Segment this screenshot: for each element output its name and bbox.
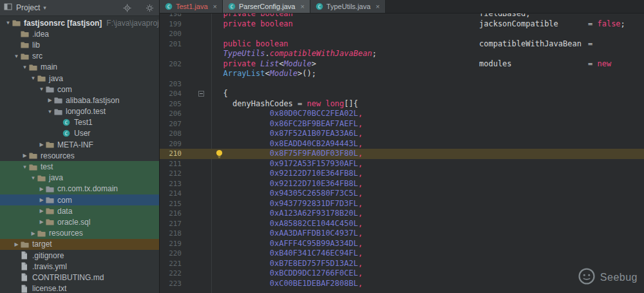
line-number[interactable]: 204: [160, 89, 182, 99]
tree-item-com[interactable]: ▶com: [0, 194, 159, 205]
tree-item-java[interactable]: ▼java: [0, 173, 159, 184]
line-number[interactable]: 219: [160, 239, 182, 249]
code-line-211[interactable]: 211 0x9172A53F157930AFL,: [160, 159, 644, 169]
code-text[interactable]: public booleancompatibleWithJavaBean=: [214, 39, 644, 50]
tree-item-contributing-md[interactable]: CONTRIBUTING.md: [0, 272, 159, 283]
code-text[interactable]: 0xA85882CE1044C450L,: [214, 219, 644, 229]
tree-right-arrow-icon[interactable]: ▶: [37, 197, 46, 203]
code-line-212[interactable]: 212 0x92122D710E364FB8L,: [160, 169, 644, 179]
code-text[interactable]: [214, 79, 644, 90]
tree-item-meta-inf[interactable]: ▶META-INF: [0, 139, 159, 150]
code-line-221[interactable]: 221 0xB7E8ED757F5D13A2L,: [160, 259, 644, 269]
code-line-198[interactable]: 198 private booleanfieldBased;: [160, 14, 644, 19]
line-number[interactable]: 203: [160, 79, 182, 90]
line-number[interactable]: 207: [160, 119, 182, 129]
tab-typeutils-java[interactable]: CTypeUtils.java×: [310, 0, 386, 13]
line-number[interactable]: 222: [160, 269, 182, 279]
tab-parserconfig-java[interactable]: CParserConfig.java×: [223, 0, 310, 13]
fold-marker-icon[interactable]: [198, 91, 204, 97]
code-text[interactable]: {: [214, 89, 644, 99]
line-number[interactable]: 220: [160, 249, 182, 259]
code-text[interactable]: 0x87F52A1B07EA33A6L,: [214, 129, 644, 139]
line-number[interactable]: 209: [160, 139, 182, 149]
code-text[interactable]: 0x80D0C70BCC2FEA02L,: [214, 109, 644, 119]
tree-item-resources[interactable]: ▶resources: [0, 228, 159, 239]
code-line-202[interactable]: 202 private List<Module>modules= new: [160, 59, 644, 70]
code-line-217[interactable]: 217 0xA85882CE1044C450L,: [160, 219, 644, 229]
tree-right-arrow-icon[interactable]: ▶: [12, 241, 21, 247]
code-line-214[interactable]: 214 0x94305C26580F73C5L,: [160, 189, 644, 199]
code-text[interactable]: private booleanjacksonCompatible= false;: [214, 19, 644, 30]
code-line-wrap[interactable]: ArrayList<Module>();: [160, 69, 644, 79]
close-icon[interactable]: ×: [375, 3, 379, 10]
tree-item-longofo-test[interactable]: ▼longofo.test: [0, 106, 159, 117]
tree-item-java[interactable]: ▼java: [0, 73, 159, 84]
tree-right-arrow-icon[interactable]: ▶: [46, 97, 54, 103]
code-line-208[interactable]: 208 0x87F52A1B07EA33A6L,: [160, 129, 644, 139]
line-number[interactable]: 212: [160, 169, 182, 179]
chevron-down-icon[interactable]: ▾: [43, 5, 46, 11]
tree-down-arrow-icon[interactable]: ▼: [29, 175, 37, 181]
tree-right-arrow-icon[interactable]: ▶: [37, 208, 46, 214]
code-line-220[interactable]: 220 0xB40F341C746EC94FL,: [160, 249, 644, 259]
tree-down-arrow-icon[interactable]: ▼: [37, 86, 46, 92]
intention-bulb-icon[interactable]: [215, 149, 223, 158]
line-number[interactable]: 198: [160, 14, 182, 19]
tab-test1-java[interactable]: CTest1.java×: [160, 0, 223, 13]
code-area[interactable]: 198 private booleanfieldBased;199 privat…: [160, 14, 644, 293]
tree-item-test[interactable]: ▼test: [0, 161, 159, 172]
line-number[interactable]: 223: [160, 279, 182, 289]
code-line-205[interactable]: 205 denyHashCodes = new long[]{: [160, 99, 644, 109]
line-number[interactable]: 215: [160, 199, 182, 209]
code-line-204[interactable]: 204 {: [160, 89, 644, 99]
code-line-219[interactable]: 219 0xAFFF4C95B99A334DL,: [160, 239, 644, 249]
code-text[interactable]: 0xAA3DAFFDB10C4937L,: [214, 229, 644, 239]
tree-item-gitignore[interactable]: .gitignore: [0, 250, 159, 261]
tree-down-arrow-icon[interactable]: ▼: [29, 75, 37, 81]
line-number[interactable]: 218: [160, 229, 182, 239]
code-text[interactable]: TypeUtils.compatibleWithJavaBean;: [214, 49, 644, 59]
code-text[interactable]: 0x8F75F9FA0DF03F80L,: [214, 149, 644, 159]
locate-icon[interactable]: [123, 4, 131, 12]
code-line-203[interactable]: 203: [160, 79, 644, 90]
tree-right-arrow-icon[interactable]: ▶: [21, 153, 29, 158]
tree-item-idea[interactable]: .idea: [0, 28, 159, 39]
code-line-wrap[interactable]: TypeUtils.compatibleWithJavaBean;: [160, 49, 644, 59]
line-number[interactable]: 202: [160, 59, 182, 70]
code-text[interactable]: private List<Module>modules= new: [214, 59, 644, 70]
tree-right-arrow-icon[interactable]: ▶: [37, 186, 46, 192]
code-text[interactable]: 0x86FC2BF9BEAF7AEFL,: [214, 119, 644, 129]
gear-icon[interactable]: [146, 4, 154, 12]
code-line-207[interactable]: 207 0x86FC2BF9BEAF7AEFL,: [160, 119, 644, 129]
code-line-201[interactable]: 201 public booleancompatibleWithJavaBean…: [160, 39, 644, 50]
line-number[interactable]: [160, 69, 182, 79]
project-tool-window-icon[interactable]: [4, 3, 12, 13]
line-number[interactable]: 199: [160, 19, 182, 30]
tree-item-user[interactable]: CUser: [0, 128, 159, 139]
code-line-213[interactable]: 213 0x92122D710E364FB8L,: [160, 179, 644, 189]
tree-item-com[interactable]: ▼com: [0, 84, 159, 95]
code-line-200[interactable]: 200: [160, 29, 644, 39]
code-line-222[interactable]: 222 0xBCDD9DC12766F0CEL,: [160, 269, 644, 279]
tree-item-lib[interactable]: lib: [0, 39, 159, 50]
line-number[interactable]: 214: [160, 189, 182, 199]
tree-item-cn-com-tx-domain[interactable]: ▶cn.com.tx.domain: [0, 184, 159, 194]
tree-item-resources[interactable]: ▶resources: [0, 150, 159, 161]
code-text[interactable]: 0xAFFF4C95B99A334DL,: [214, 239, 644, 249]
close-icon[interactable]: ×: [213, 3, 217, 10]
line-number[interactable]: 221: [160, 259, 182, 269]
code-text[interactable]: 0xB40F341C746EC94FL,: [214, 249, 644, 259]
code-text[interactable]: 0xA123A62F93178B20L,: [214, 209, 644, 219]
tree-down-arrow-icon[interactable]: ▼: [21, 64, 29, 70]
tree-right-arrow-icon[interactable]: ▶: [37, 142, 46, 147]
tree-item-alibaba-fastjson[interactable]: ▶alibaba.fastjson: [0, 95, 159, 106]
tree-item-data[interactable]: ▶data: [0, 205, 159, 216]
line-number[interactable]: 210: [160, 149, 182, 159]
line-number[interactable]: 217: [160, 219, 182, 229]
line-number[interactable]: 208: [160, 129, 182, 139]
line-number[interactable]: 200: [160, 29, 182, 39]
code-line-210[interactable]: 210 0x8F75F9FA0DF03F80L,: [160, 149, 644, 159]
tree-item-target[interactable]: ▶target: [0, 239, 159, 250]
tree-item-license-txt[interactable]: license.txt: [0, 283, 159, 293]
tree-down-arrow-icon[interactable]: ▼: [12, 53, 21, 59]
